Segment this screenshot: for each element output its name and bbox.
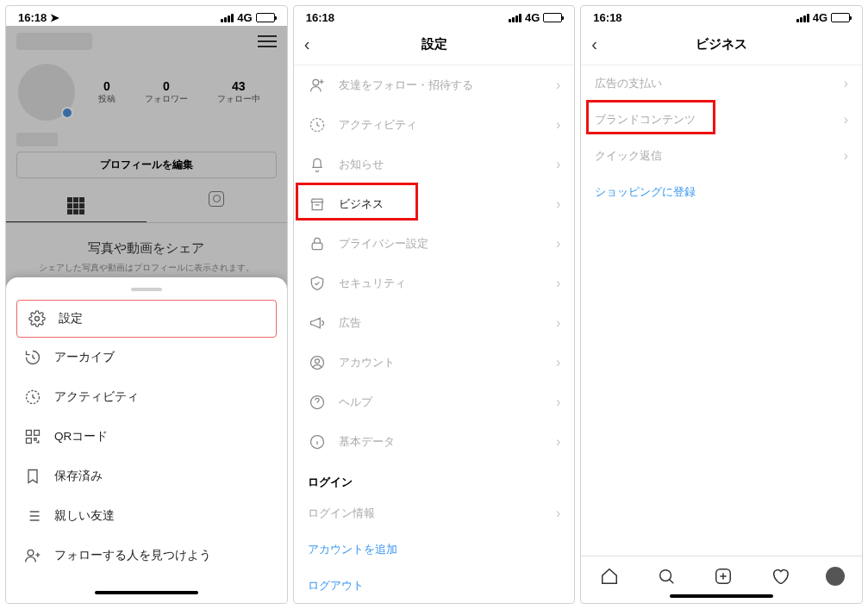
row-privacy-label: プライバシー設定 [339,236,428,252]
row-quick-reply[interactable]: クイック返信› [581,138,862,174]
svg-point-5 [28,550,34,556]
battery-icon [831,13,850,22]
row-adpay-label: 広告の支払い [595,76,662,91]
chevron-right-icon: › [844,112,848,127]
screen-settings: 16:18 4G ‹ 設定 友達をフォロー・招待する› アクティビティ› お知ら… [293,5,576,604]
row-business[interactable]: ビジネス› [294,184,575,224]
battery-icon [543,13,562,22]
page-header: ‹ ビジネス [581,26,862,65]
status-time: 16:18 [18,11,47,24]
chevron-right-icon: › [556,157,560,172]
profile-drawer: 設定 アーカイブ アクティビティ QRコード 保存済み 親しい友達 フォローする… [6,277,287,603]
row-activity[interactable]: アクティビティ› [294,105,575,145]
status-time: 16:18 [306,11,334,24]
row-help-label: ヘルプ [339,395,372,410]
tab-bar [581,556,862,591]
svg-rect-8 [312,243,322,250]
drawer-qr[interactable]: QRコード [11,417,282,457]
row-account[interactable]: アカウント› [294,343,575,382]
drawer-close-friends[interactable]: 親しい友達 [11,496,282,536]
row-invite[interactable]: 友達をフォロー・招待する› [294,65,575,105]
svg-point-0 [35,317,40,321]
svg-point-10 [315,359,319,364]
bookmark-icon [23,467,42,486]
activity-icon [308,115,327,134]
row-notif-label: お知らせ [339,157,384,172]
drawer-close-label: 親しい友達 [54,508,115,524]
row-security[interactable]: セキュリティ› [294,264,575,303]
page-title: ビジネス [696,36,747,53]
status-bar: 16:18➤ 4G [6,6,287,26]
settings-list: 友達をフォロー・招待する› アクティビティ› お知らせ› ビジネス› プライバシ… [294,65,575,604]
svg-point-15 [660,570,671,581]
add-account-link[interactable]: アカウントを追加 [294,531,575,568]
row-shopping-link[interactable]: ショッピングに登録 [581,174,862,210]
chevron-right-icon: › [556,78,560,93]
chevron-right-icon: › [556,117,560,133]
lock-icon [308,234,327,253]
qr-icon [23,427,42,446]
back-button[interactable]: ‹ [304,34,310,54]
svg-rect-3 [34,431,40,436]
chevron-right-icon: › [844,148,848,164]
row-login-info-label: ログイン情報 [308,506,375,521]
home-indicator [670,594,773,598]
tab-new-post[interactable] [712,565,734,587]
logout-link[interactable]: ログアウト [294,568,575,604]
shield-icon [308,274,327,293]
row-privacy[interactable]: プライバシー設定› [294,224,575,264]
drawer-settings[interactable]: 設定 [16,300,277,338]
signal-icon [796,14,809,22]
info-icon [308,432,327,451]
add-person-icon [23,546,42,565]
drawer-activity[interactable]: アクティビティ [11,377,282,417]
status-net: 4G [813,11,827,24]
drawer-settings-label: 設定 [59,311,83,326]
status-bar: 16:18 4G [581,6,862,26]
back-button[interactable]: ‹ [591,34,597,54]
status-bar: 16:18 4G [294,6,575,26]
svg-point-6 [313,79,319,85]
battery-icon [256,13,275,22]
drawer-archive[interactable]: アーカイブ [11,338,282,377]
drawer-grabber[interactable] [131,288,162,291]
chevron-right-icon: › [556,506,560,521]
drawer-qr-label: QRコード [54,429,108,444]
gear-icon [28,309,47,328]
drawer-saved[interactable]: 保存済み [11,457,282,496]
row-about[interactable]: 基本データ› [294,422,575,462]
tab-activity[interactable] [769,565,791,587]
archive-icon [23,348,42,367]
drawer-archive-label: アーカイブ [54,350,115,365]
bell-icon [308,155,327,174]
row-notifications[interactable]: お知らせ› [294,145,575,184]
row-help[interactable]: ヘルプ› [294,382,575,422]
signal-icon [509,14,521,22]
row-business-label: ビジネス [339,196,384,212]
chevron-right-icon: › [556,355,560,370]
chevron-right-icon: › [556,236,560,252]
tab-home[interactable] [598,565,621,587]
row-invite-label: 友達をフォロー・招待する [339,78,473,93]
row-ad-payments[interactable]: 広告の支払い› [581,65,862,102]
row-ads[interactable]: 広告› [294,303,575,343]
row-ads-label: 広告 [339,315,361,331]
drawer-discover[interactable]: フォローする人を見つけよう [11,536,282,575]
tab-profile[interactable] [826,567,845,586]
row-brand-content[interactable]: ブランドコンテンツ› [581,102,862,138]
drawer-activity-label: アクティビティ [54,389,139,405]
shop-icon [308,195,327,214]
invite-icon [308,76,327,95]
help-icon [308,393,327,412]
chevron-right-icon: › [556,196,560,212]
status-time: 16:18 [593,11,621,24]
tab-search[interactable] [655,565,678,587]
row-about-label: 基本データ [339,434,395,450]
row-login-info[interactable]: ログイン情報› [294,495,575,531]
profile-back-layer: 0投稿 0フォロワー 43フォロー中 プロフィールを編集 写真や動画をシェア シ… [6,26,287,289]
row-brand-label: ブランドコンテンツ [595,112,696,127]
chevron-right-icon: › [844,76,848,91]
login-section: ログイン [294,462,575,495]
business-list: 広告の支払い› ブランドコンテンツ› クイック返信› ショッピングに登録 [581,65,862,556]
activity-icon [23,388,42,407]
